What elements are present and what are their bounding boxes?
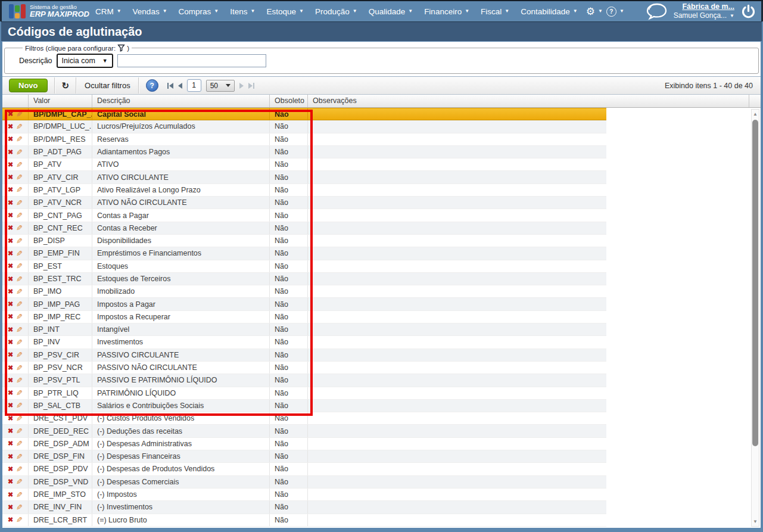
table-row[interactable]: ✖ ✎ DRE_INV_FIN (-) Investimentos Não [2,501,606,514]
column-header-obsoleto[interactable]: Obsoleto [270,95,308,107]
table-row[interactable]: ✖ ✎ BP_CNT_PAG Contas a Pagar Não [2,209,606,222]
delete-row-icon[interactable]: ✖ [8,415,13,422]
table-row[interactable]: ✖ ✎ BP_ATV ATIVO Não [2,158,606,171]
table-row[interactable]: ✖ ✎ DRE_DSP_PDV (-) Despesas de Produtos… [2,463,606,475]
help-icon[interactable]: ? [146,79,158,92]
edit-row-icon[interactable]: ✎ [16,148,23,156]
delete-row-icon[interactable]: ✖ [8,174,13,181]
delete-row-icon[interactable]: ✖ [8,351,13,358]
delete-row-icon[interactable]: ✖ [8,200,13,206]
table-row[interactable]: ✖ ✎ DRE_IMP_STO (-) Impostos Não [2,489,606,501]
scroll-up-icon[interactable]: ▲ [752,111,759,117]
nav-menu-item[interactable]: Itens ▼ [230,7,255,16]
delete-row-icon[interactable]: ✖ [8,453,13,460]
delete-row-icon[interactable]: ✖ [8,365,13,371]
help-menu[interactable]: ?▼ [606,7,624,17]
filter-operator-select[interactable]: Inicia com ▼ [57,54,113,68]
delete-row-icon[interactable]: ✖ [8,301,13,307]
chat-bubble-icon[interactable] [645,2,668,20]
filters-panel[interactable]: Filtros (clique para configurar: ) Descr… [4,44,759,74]
edit-row-icon[interactable]: ✎ [16,465,23,473]
delete-row-icon[interactable]: ✖ [8,161,13,168]
hide-filters-button[interactable]: Ocultar filtros [77,81,138,90]
page-number-box[interactable]: 1 [187,79,201,92]
new-button[interactable]: Novo [9,79,48,92]
scroll-down-icon[interactable]: ▼ [752,519,759,524]
edit-row-icon[interactable]: ✎ [16,389,23,397]
table-row[interactable]: ✖ ✎ BP_ATV_CIR ATIVO CIRCULANTE Não [2,171,606,183]
filters-legend[interactable]: Filtros (clique para configurar: ) [23,44,132,52]
column-header-valor[interactable]: Valor [29,95,92,107]
delete-row-icon[interactable]: ✖ [8,440,13,447]
nav-menu-item[interactable]: Vendas ▼ [133,7,167,16]
edit-row-icon[interactable]: ✎ [16,326,23,334]
edit-row-icon[interactable]: ✎ [16,338,23,346]
user-menu[interactable]: Samuel Gonça...▼ [674,11,734,20]
vertical-scrollbar[interactable]: ▲ ▼ [751,109,759,527]
edit-row-icon[interactable]: ✎ [16,275,23,283]
delete-row-icon[interactable]: ✖ [8,478,13,485]
delete-row-icon[interactable]: ✖ [8,212,13,219]
last-page-button[interactable] [248,83,254,89]
delete-row-icon[interactable]: ✖ [8,186,13,193]
table-row[interactable]: ✖ ✎ DRE_LCR_BRT (=) Lucro Bruto Não [2,514,606,527]
edit-row-icon[interactable]: ✎ [16,250,23,257]
nav-menu-item[interactable]: Produção ▼ [315,7,357,16]
nav-menu-item[interactable]: Fiscal ▼ [481,7,509,16]
delete-row-icon[interactable]: ✖ [8,288,13,295]
edit-row-icon[interactable]: ✎ [16,288,23,295]
delete-row-icon[interactable]: ✖ [8,517,13,523]
delete-row-icon[interactable]: ✖ [8,276,13,282]
table-row[interactable]: ✖ ✎ BP/DMPL_CAP_... Capital Social Não [2,108,606,120]
table-row[interactable]: ✖ ✎ DRE_DED_REC (-) Deduções das receita… [2,425,606,437]
edit-row-icon[interactable]: ✎ [16,224,23,232]
edit-row-icon[interactable]: ✎ [16,237,23,245]
delete-row-icon[interactable]: ✖ [8,313,13,320]
edit-row-icon[interactable]: ✎ [16,313,23,321]
table-row[interactable]: ✖ ✎ BP_SAL_CTB Salários e Contribuições … [2,400,606,412]
edit-row-icon[interactable]: ✎ [16,440,23,447]
table-row[interactable]: ✖ ✎ BP_PSV_PTL PASSIVO E PATRIMÔNIO LÍQU… [2,374,606,387]
table-row[interactable]: ✖ ✎ BP_IMP_PAG Impostos a Pagar Não [2,298,606,310]
table-row[interactable]: ✖ ✎ BP_EST_TRC Estoques de Terceiros Não [2,273,606,285]
edit-row-icon[interactable]: ✎ [16,173,23,181]
settings-menu[interactable]: ⚙▼ [586,7,603,17]
edit-row-icon[interactable]: ✎ [16,135,23,143]
delete-row-icon[interactable]: ✖ [8,390,13,396]
power-icon[interactable] [740,4,756,20]
first-page-button[interactable] [167,83,173,89]
table-row[interactable]: ✖ ✎ BP/DMPL_RES Reservas Não [2,133,606,146]
delete-row-icon[interactable]: ✖ [8,123,13,130]
edit-row-icon[interactable]: ✎ [16,300,23,308]
edit-row-icon[interactable]: ✎ [16,199,23,207]
nav-menu-item[interactable]: Estoque ▼ [266,7,303,16]
delete-row-icon[interactable]: ✖ [8,238,13,244]
edit-row-icon[interactable]: ✎ [16,161,23,169]
refresh-icon[interactable]: ↻ [55,80,76,91]
table-row[interactable]: ✖ ✎ BP_EMP_FIN Empréstimos e Financiamen… [2,247,606,260]
table-row[interactable]: ✖ ✎ BP_PSV_NCR PASSIVO NÃO CIRCULANTE Nã… [2,362,606,374]
table-row[interactable]: ✖ ✎ BP_INV Investimentos Não [2,336,606,349]
edit-row-icon[interactable]: ✎ [16,186,23,194]
table-row[interactable]: ✖ ✎ BP_ATV_NCR ATIVO NÃO CIRCULANTE Não [2,197,606,209]
nav-menu-item[interactable]: Contabilidade ▼ [521,7,577,16]
table-row[interactable]: ✖ ✎ BP_PSV_CIR PASSIVO CIRCULANTE Não [2,349,606,362]
edit-row-icon[interactable]: ✎ [16,211,23,219]
delete-row-icon[interactable]: ✖ [8,250,13,257]
edit-row-icon[interactable]: ✎ [16,491,23,499]
delete-row-icon[interactable]: ✖ [8,136,13,142]
edit-row-icon[interactable]: ✎ [16,262,23,270]
delete-row-icon[interactable]: ✖ [8,377,13,384]
delete-row-icon[interactable]: ✖ [8,149,13,155]
edit-row-icon[interactable]: ✎ [16,427,23,435]
table-row[interactable]: ✖ ✎ DRE_CST_PDV (-) Custos Produtos Vend… [2,412,606,425]
edit-row-icon[interactable]: ✎ [16,478,23,486]
delete-row-icon[interactable]: ✖ [8,504,13,511]
table-row[interactable]: ✖ ✎ BP_IMO Imobilizado Não [2,285,606,298]
table-row[interactable]: ✖ ✎ BP_EST Estoques Não [2,260,606,273]
table-row[interactable]: ✖ ✎ BP_ATV_LGP Ativo Realizável a Longo … [2,184,606,197]
table-row[interactable]: ✖ ✎ BP_INT Intangível Não [2,323,606,336]
filter-value-input[interactable] [117,54,266,67]
delete-row-icon[interactable]: ✖ [8,263,13,269]
delete-row-icon[interactable]: ✖ [8,225,13,231]
